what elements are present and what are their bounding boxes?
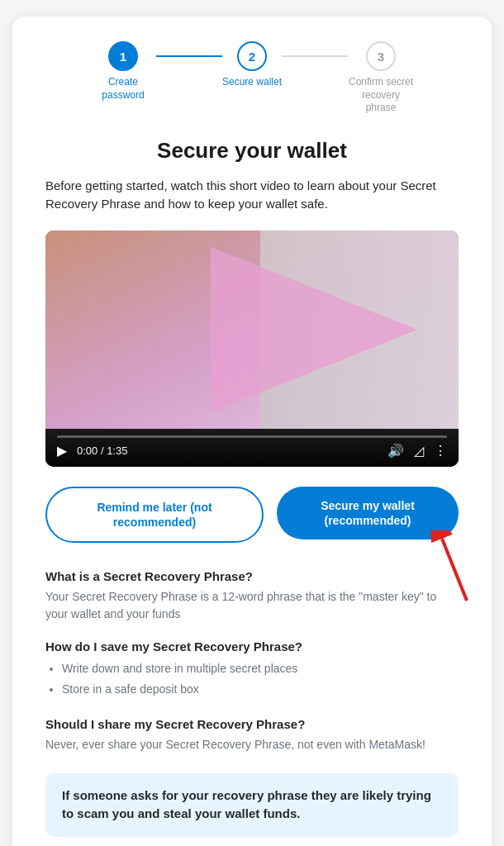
faq-list-2: Write down and store in multiple secret … bbox=[45, 658, 459, 700]
page-subtitle: Before getting started, watch this short… bbox=[45, 177, 459, 214]
main-card: 1 Create password 2 Secure wallet 3 Conf… bbox=[12, 17, 492, 846]
step-3-label: Confirm secret recovery phrase bbox=[348, 76, 414, 115]
step-1-label: Create password bbox=[90, 76, 156, 102]
video-time: 0:00 / 1:35 bbox=[77, 444, 127, 457]
video-progress-bar[interactable] bbox=[57, 435, 447, 438]
faq-text-1: Your Secret Recovery Phrase is a 12-word… bbox=[45, 588, 459, 623]
faq-list-item-1: Write down and store in multiple secret … bbox=[62, 658, 459, 679]
stepper: 1 Create password 2 Secure wallet 3 Conf… bbox=[45, 41, 459, 115]
volume-icon[interactable]: 🔊 bbox=[388, 443, 404, 459]
faq-text-3: Never, ever share your Secret Recovery P… bbox=[45, 736, 459, 753]
more-options-icon[interactable]: ⋮ bbox=[434, 443, 447, 459]
step-3-circle: 3 bbox=[366, 41, 396, 71]
video-player[interactable]: ▶ 0:00 / 1:35 🔊 ◿ ⋮ bbox=[45, 231, 459, 467]
warning-box: If someone asks for your recovery phrase… bbox=[45, 773, 459, 837]
faq-title-1: What is a Secret Recovery Phrase? bbox=[45, 569, 459, 583]
play-icon[interactable]: ▶ bbox=[57, 443, 67, 459]
step-connector-2 bbox=[282, 55, 348, 57]
red-arrow-annotation bbox=[417, 530, 483, 605]
action-buttons: Remind me later (not recommended) Secure… bbox=[45, 487, 459, 543]
faq-item-2: How do I save my Secret Recovery Phrase?… bbox=[45, 639, 459, 700]
svg-line-4 bbox=[442, 539, 467, 601]
step-2-circle: 2 bbox=[237, 41, 267, 71]
faq-title-2: How do I save my Secret Recovery Phrase? bbox=[45, 639, 459, 654]
video-thumbnail-graphic bbox=[45, 231, 459, 429]
fullscreen-icon[interactable]: ◿ bbox=[414, 443, 424, 459]
faq-title-3: Should I share my Secret Recovery Phrase… bbox=[45, 717, 459, 731]
step-2-label: Secure wallet bbox=[222, 76, 282, 89]
warning-text: If someone asks for your recovery phrase… bbox=[62, 787, 442, 824]
faq-item-1: What is a Secret Recovery Phrase? Your S… bbox=[45, 569, 459, 623]
step-2: 2 Secure wallet bbox=[222, 41, 282, 89]
step-3: 3 Confirm secret recovery phrase bbox=[348, 41, 414, 115]
faq-item-3: Should I share my Secret Recovery Phrase… bbox=[45, 717, 459, 753]
step-1-circle: 1 bbox=[108, 41, 138, 71]
faq-list-item-2: Store in a safe deposit box bbox=[62, 679, 459, 700]
page-title: Secure your wallet bbox=[45, 138, 459, 164]
remind-later-button[interactable]: Remind me later (not recommended) bbox=[45, 487, 264, 543]
step-connector-1 bbox=[156, 55, 222, 57]
step-1: 1 Create password bbox=[90, 41, 156, 102]
video-controls: ▶ 0:00 / 1:35 🔊 ◿ ⋮ bbox=[45, 429, 459, 467]
